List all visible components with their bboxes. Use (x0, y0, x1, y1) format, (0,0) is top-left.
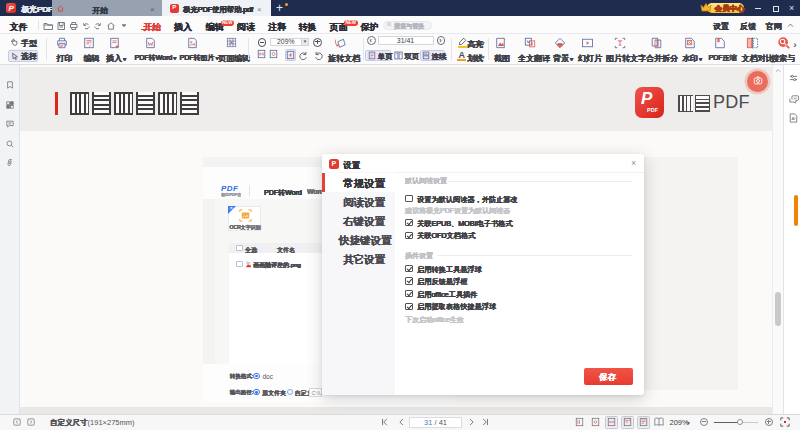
svg-text:AI: AI (791, 116, 795, 121)
